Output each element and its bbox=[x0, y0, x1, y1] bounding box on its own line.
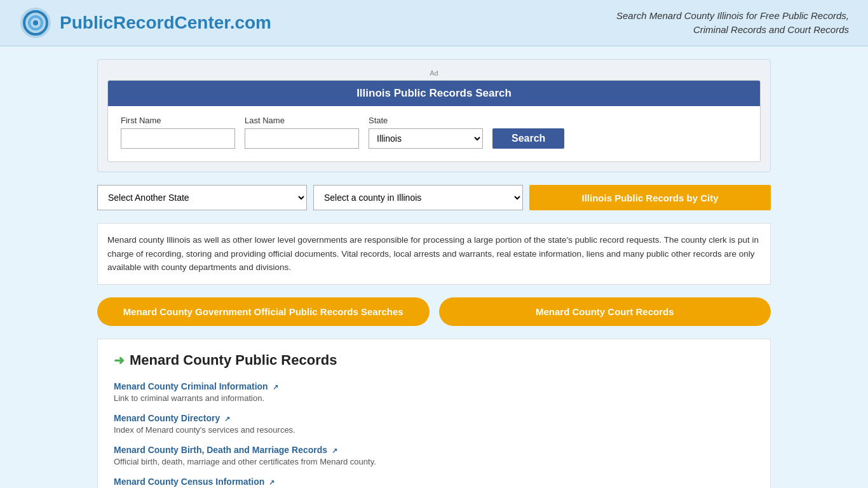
form-fields: First Name Last Name State Illinois Sear… bbox=[121, 116, 747, 149]
first-name-label: First Name bbox=[121, 116, 235, 125]
records-title: ➜ Menard County Public Records bbox=[114, 352, 754, 369]
search-form-title: Illinois Public Records Search bbox=[108, 81, 760, 106]
record-link-1[interactable]: Menard County Directory ↗ bbox=[114, 413, 230, 423]
search-form-body: First Name Last Name State Illinois Sear… bbox=[108, 106, 760, 161]
last-name-label: Last Name bbox=[245, 116, 359, 125]
record-link-2[interactable]: Menard County Birth, Death and Marriage … bbox=[114, 445, 337, 455]
state-label: State bbox=[369, 116, 483, 125]
ad-label: Ad bbox=[107, 69, 761, 77]
ext-icon: ↗ bbox=[273, 383, 278, 391]
list-item: Menard County Census Information ↗ Quick… bbox=[114, 477, 754, 488]
main-container: Ad Illinois Public Records Search First … bbox=[85, 59, 783, 488]
ext-icon: ↗ bbox=[332, 447, 337, 454]
ad-box: Ad Illinois Public Records Search First … bbox=[97, 59, 771, 172]
logo-text: PublicRecordCenter.com bbox=[60, 13, 271, 33]
first-name-group: First Name bbox=[121, 116, 235, 149]
state-another-select[interactable]: Select Another State bbox=[97, 185, 307, 210]
ext-icon: ↗ bbox=[269, 478, 275, 486]
record-desc-0: Link to criminal warrants and informatio… bbox=[114, 393, 754, 403]
search-form-container: Illinois Public Records Search First Nam… bbox=[107, 80, 761, 162]
state-select-form[interactable]: Illinois bbox=[369, 128, 483, 149]
county-select[interactable]: Select a county in Illinois bbox=[313, 185, 523, 210]
records-section: ➜ Menard County Public Records Menard Co… bbox=[97, 339, 771, 488]
description-text: Menard county Illinois as well as other … bbox=[107, 235, 759, 272]
list-item: Menard County Birth, Death and Marriage … bbox=[114, 445, 754, 466]
court-records-button[interactable]: Menard County Court Records bbox=[439, 297, 771, 326]
city-records-button[interactable]: Illinois Public Records by City bbox=[529, 185, 771, 210]
record-desc-1: Index of Menard county's services and re… bbox=[114, 425, 754, 435]
arrow-icon: ➜ bbox=[114, 353, 125, 368]
list-item: Menard County Directory ↗ Index of Menar… bbox=[114, 413, 754, 435]
record-link-0[interactable]: Menard County Criminal Information ↗ bbox=[114, 381, 278, 391]
search-button[interactable]: Search bbox=[492, 128, 564, 149]
government-records-button[interactable]: Menard County Government Official Public… bbox=[97, 297, 430, 326]
logo-icon bbox=[19, 6, 52, 39]
record-link-3[interactable]: Menard County Census Information ↗ bbox=[114, 477, 275, 487]
last-name-input[interactable] bbox=[245, 128, 359, 149]
first-name-input[interactable] bbox=[121, 128, 235, 149]
last-name-group: Last Name bbox=[245, 116, 359, 149]
svg-point-3 bbox=[33, 20, 38, 25]
header-tagline: Search Menard County Illinois for Free P… bbox=[616, 9, 849, 37]
site-header: PublicRecordCenter.com Search Menard Cou… bbox=[0, 0, 868, 46]
list-item: Menard County Criminal Information ↗ Lin… bbox=[114, 381, 754, 403]
description-box: Menard county Illinois as well as other … bbox=[97, 223, 771, 285]
record-desc-2: Official birth, death, marriage and othe… bbox=[114, 457, 754, 466]
logo-area: PublicRecordCenter.com bbox=[19, 6, 271, 39]
state-group: State Illinois bbox=[369, 116, 483, 149]
ext-icon: ↗ bbox=[224, 415, 230, 423]
action-buttons: Menard County Government Official Public… bbox=[97, 297, 771, 326]
dropdowns-row: Select Another State Select a county in … bbox=[97, 185, 771, 210]
